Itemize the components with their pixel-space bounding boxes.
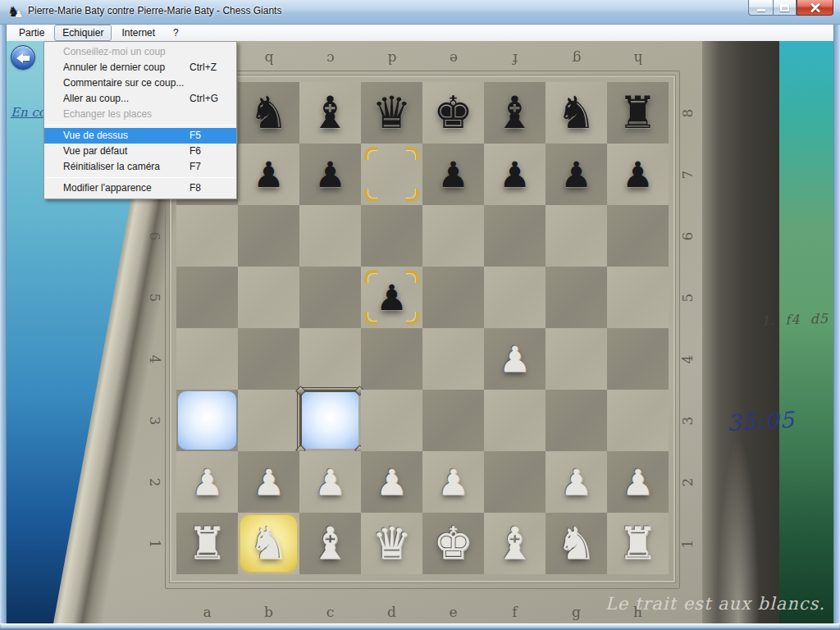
square-b1[interactable]: ♞: [238, 513, 299, 574]
square-h2[interactable]: ♟: [607, 451, 669, 513]
square-b3[interactable]: [238, 390, 299, 451]
square-g8[interactable]: ♞: [546, 82, 607, 144]
square-e3[interactable]: [422, 390, 484, 451]
square-b5[interactable]: [238, 267, 299, 328]
square-d2[interactable]: ♟: [361, 451, 422, 513]
square-b8[interactable]: ♞: [238, 82, 299, 144]
square-b6[interactable]: [238, 205, 299, 267]
white-king-e1[interactable]: ♚: [422, 513, 484, 574]
square-h5[interactable]: [607, 267, 669, 328]
black-pawn-h7[interactable]: ♟: [607, 144, 669, 205]
black-knight-g8[interactable]: ♞: [546, 82, 607, 144]
square-a2[interactable]: ♟: [176, 451, 238, 513]
white-bishop-f1[interactable]: ♝: [484, 513, 546, 574]
square-d8[interactable]: ♛: [361, 82, 422, 144]
square-h6[interactable]: [607, 205, 669, 267]
square-d6[interactable]: [361, 205, 422, 267]
square-c2[interactable]: ♟: [299, 451, 361, 513]
square-d1[interactable]: ♛: [361, 513, 422, 574]
close-button[interactable]: [797, 0, 833, 16]
title-bar[interactable]: ♞ ♟ Pierre-Marie Baty contre Pierre-Mari…: [0, 0, 840, 25]
square-f5[interactable]: [484, 267, 546, 328]
square-f7[interactable]: ♟: [484, 144, 546, 205]
square-c8[interactable]: ♝: [299, 82, 361, 144]
white-pawn-d2[interactable]: ♟: [361, 451, 422, 513]
square-f1[interactable]: ♝: [484, 513, 546, 574]
black-queen-d8[interactable]: ♛: [361, 82, 422, 144]
square-g1[interactable]: ♞: [546, 513, 607, 574]
black-bishop-c8[interactable]: ♝: [299, 82, 361, 144]
white-pawn-b2[interactable]: ♟: [238, 451, 299, 513]
square-g4[interactable]: [546, 328, 607, 390]
square-d5[interactable]: ♟: [361, 267, 422, 328]
square-c6[interactable]: [299, 205, 361, 267]
black-rook-h8[interactable]: ♜: [607, 82, 669, 144]
square-h4[interactable]: [607, 328, 669, 390]
square-a3[interactable]: [176, 390, 238, 451]
white-bishop-c1[interactable]: ♝: [299, 513, 361, 574]
square-a5[interactable]: [176, 267, 238, 328]
square-g7[interactable]: ♟: [546, 144, 607, 205]
square-f6[interactable]: [484, 205, 546, 267]
black-bishop-f8[interactable]: ♝: [484, 82, 546, 144]
back-button[interactable]: [11, 45, 35, 70]
white-knight-b1[interactable]: ♞: [238, 513, 299, 574]
square-e6[interactable]: [422, 205, 484, 267]
white-rook-a1[interactable]: ♜: [176, 513, 238, 574]
black-pawn-d5[interactable]: ♟: [361, 267, 422, 328]
menu-item-modifier-l-apparence[interactable]: Modifier l'apparenceF8: [44, 180, 236, 196]
menu-item-r-initialiser-la-cam-ra[interactable]: Réinitialiser la caméraF7: [44, 159, 236, 175]
black-pawn-g7[interactable]: ♟: [546, 144, 607, 205]
white-pawn-e2[interactable]: ♟: [422, 451, 484, 513]
square-g2[interactable]: ♟: [546, 451, 607, 513]
square-e5[interactable]: [422, 267, 484, 328]
square-f3[interactable]: [484, 390, 546, 451]
black-pawn-b7[interactable]: ♟: [238, 144, 299, 205]
square-e7[interactable]: ♟: [422, 144, 484, 205]
square-c5[interactable]: [299, 267, 361, 328]
minimize-button[interactable]: [748, 0, 773, 16]
square-b7[interactable]: ♟: [238, 144, 299, 205]
white-knight-g1[interactable]: ♞: [546, 513, 607, 574]
black-pawn-c7[interactable]: ♟: [299, 144, 361, 205]
square-h1[interactable]: ♜: [607, 513, 669, 574]
square-b2[interactable]: ♟: [238, 451, 299, 513]
white-pawn-a2[interactable]: ♟: [176, 451, 238, 513]
black-pawn-f7[interactable]: ♟: [484, 144, 546, 205]
white-pawn-h2[interactable]: ♟: [607, 451, 669, 513]
black-king-e8[interactable]: ♚: [422, 82, 484, 144]
square-d4[interactable]: [361, 328, 422, 390]
menu-item-commentaire-sur-ce-coup[interactable]: Commentaire sur ce coup...: [44, 75, 236, 91]
menu-item-aller-au-coup[interactable]: Aller au coup...Ctrl+G: [44, 91, 236, 107]
square-a4[interactable]: [176, 328, 238, 390]
square-f2[interactable]: [484, 451, 546, 513]
square-e4[interactable]: [422, 328, 484, 390]
square-c3[interactable]: [299, 390, 361, 451]
square-g3[interactable]: [546, 390, 607, 451]
square-e2[interactable]: ♟: [422, 451, 484, 513]
square-e8[interactable]: ♚: [422, 82, 484, 144]
black-pawn-e7[interactable]: ♟: [422, 144, 484, 205]
square-c7[interactable]: ♟: [299, 144, 361, 205]
square-g6[interactable]: [546, 205, 607, 267]
square-b4[interactable]: [238, 328, 299, 390]
square-c1[interactable]: ♝: [299, 513, 361, 574]
menu-item-annuler-le-dernier-coup[interactable]: Annuler le dernier coupCtrl+Z: [44, 60, 236, 75]
white-pawn-c2[interactable]: ♟: [299, 451, 361, 513]
square-h3[interactable]: [607, 390, 669, 451]
white-pawn-g2[interactable]: ♟: [546, 451, 607, 513]
menubar-item-help[interactable]: ?: [165, 25, 187, 41]
menubar-item-echiquier[interactable]: Echiquier: [54, 25, 112, 41]
square-c4[interactable]: [299, 328, 361, 390]
white-pawn-f4[interactable]: ♟: [484, 328, 546, 390]
square-e1[interactable]: ♚: [422, 513, 484, 574]
square-d7[interactable]: [361, 144, 422, 205]
white-queen-d1[interactable]: ♛: [361, 513, 422, 574]
square-a6[interactable]: [176, 205, 238, 267]
black-knight-b8[interactable]: ♞: [238, 82, 299, 144]
square-f4[interactable]: ♟: [484, 328, 546, 390]
square-f8[interactable]: ♝: [484, 82, 546, 144]
white-rook-h1[interactable]: ♜: [607, 513, 669, 574]
square-h7[interactable]: ♟: [607, 144, 669, 205]
square-a1[interactable]: ♜: [176, 513, 238, 574]
